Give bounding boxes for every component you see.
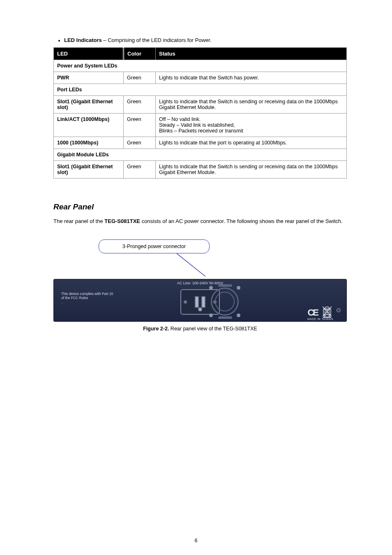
table-header: LED Color Status bbox=[54, 48, 347, 60]
cell-led: Slot1 (Gigabit Ethernet slot) bbox=[54, 96, 124, 114]
prong-icon bbox=[195, 296, 199, 308]
th-status: Status bbox=[156, 48, 347, 60]
cell-led: 1000 (1000Mbps) bbox=[54, 137, 124, 149]
section-title: Power and System LEDs bbox=[54, 60, 347, 72]
device-rear-panel: This device complies with Part 15 of the… bbox=[53, 279, 347, 322]
callout-text: 3-Pronged power connector bbox=[122, 244, 186, 249]
th-led: LED bbox=[54, 48, 124, 60]
cell-status: Lights to indicate that the Switch is se… bbox=[156, 161, 347, 179]
cell-color: Green bbox=[124, 96, 156, 114]
screw-icon bbox=[184, 300, 187, 304]
section-row: Power and System LEDs bbox=[54, 60, 347, 72]
list-item: LED Indicators – Comprising of the LED i… bbox=[58, 37, 347, 43]
svg-line-0 bbox=[177, 253, 205, 276]
figcap-rest: Rear panel view of the TEG-S081TXE bbox=[169, 326, 257, 332]
section-title: Gigabit Module LEDs bbox=[54, 149, 347, 161]
cell-color: Green bbox=[124, 137, 156, 149]
prong-icon bbox=[201, 296, 205, 308]
fcc-line2: of the FCC Rules bbox=[61, 296, 113, 300]
cell-status: Lights to indicate that the Switch has p… bbox=[156, 72, 347, 84]
led-table: LED Color Status Power and System LEDs P… bbox=[53, 47, 347, 179]
ac-line-label: AC Line: 100-240V 50-60Hz bbox=[177, 281, 224, 285]
fcc-text: This device complies with Part 15 of the… bbox=[61, 292, 113, 306]
cell-color: Green bbox=[124, 161, 156, 179]
bullet-prefix: LED Indicators bbox=[64, 37, 102, 43]
page: LED Indicators – Comprising of the LED i… bbox=[0, 0, 392, 555]
svg-point-6 bbox=[324, 315, 325, 316]
cell-status: Off – No valid link. Steady – Valid link… bbox=[156, 114, 347, 137]
rear-desc-2: consists of an AC power connector. The f… bbox=[140, 218, 343, 224]
section-row: Gigabit Module LEDs bbox=[54, 149, 347, 161]
bullet-text: LED Indicators – Comprising of the LED i… bbox=[64, 37, 211, 43]
fcc-line1: This device complies with Part 15 bbox=[61, 292, 113, 296]
cell-led: PWR bbox=[54, 72, 124, 84]
page-number: 6 bbox=[195, 538, 198, 543]
table-row: Slot1 (Gigabit Ethernet slot) Green Ligh… bbox=[54, 161, 347, 179]
section-title: Port LEDs bbox=[54, 84, 347, 96]
fcc-sub: ⎓ bbox=[61, 301, 113, 306]
recess-dot-icon bbox=[337, 308, 341, 312]
cell-led: Slot1 (Gigabit Ethernet slot) bbox=[54, 161, 124, 179]
table-row: PWR Green Lights to indicate that the Sw… bbox=[54, 72, 347, 84]
ce-mark-icon: CE bbox=[307, 307, 318, 318]
top-bullet-list: LED Indicators – Comprising of the LED i… bbox=[58, 37, 347, 43]
rear-panel-desc: The rear panel of the TEG-S081TXE consis… bbox=[53, 217, 347, 225]
cell-status: Lights to indicate that the Switch is se… bbox=[156, 96, 347, 114]
rear-desc-model: TEG-S081TXE bbox=[104, 218, 140, 224]
weee-bin-icon bbox=[322, 306, 332, 318]
section-row: Port LEDs bbox=[54, 84, 347, 96]
fan-vent-icon bbox=[208, 285, 241, 318]
figure-caption: Figure 2-2. Rear panel view of the TEG-S… bbox=[53, 326, 347, 332]
prong-group bbox=[195, 296, 205, 308]
bullet-icon bbox=[58, 40, 60, 42]
figcap-prefix: Figure 2-2. bbox=[143, 326, 169, 332]
bullet-rest: – Comprising of the LED indicators for P… bbox=[102, 37, 212, 43]
callout-bubble: 3-Pronged power connector bbox=[99, 239, 210, 253]
rear-panel-heading: Rear Panel bbox=[53, 202, 347, 211]
cell-status: Lights to indicate that the port is oper… bbox=[156, 137, 347, 149]
table-row: 1000 (1000Mbps) Green Lights to indicate… bbox=[54, 137, 347, 149]
rear-desc-1: The rear panel of the bbox=[53, 218, 104, 224]
rear-figure: 3-Pronged power connector This device co… bbox=[53, 239, 347, 332]
cell-color: Green bbox=[124, 114, 156, 137]
th-color: Color bbox=[124, 48, 156, 60]
table-row: Slot1 (Gigabit Ethernet slot) Green Ligh… bbox=[54, 96, 347, 114]
cell-color: Green bbox=[124, 72, 156, 84]
ground-prong-icon bbox=[198, 307, 202, 311]
svg-point-7 bbox=[329, 315, 330, 316]
certification-block: CE bbox=[307, 306, 341, 318]
callout-wrap: 3-Pronged power connector bbox=[53, 239, 347, 279]
callout-line-icon bbox=[177, 252, 213, 278]
cell-led: Link/ACT (1000Mbps) bbox=[54, 114, 124, 137]
table-row: Link/ACT (1000Mbps) Green Off – No valid… bbox=[54, 114, 347, 137]
